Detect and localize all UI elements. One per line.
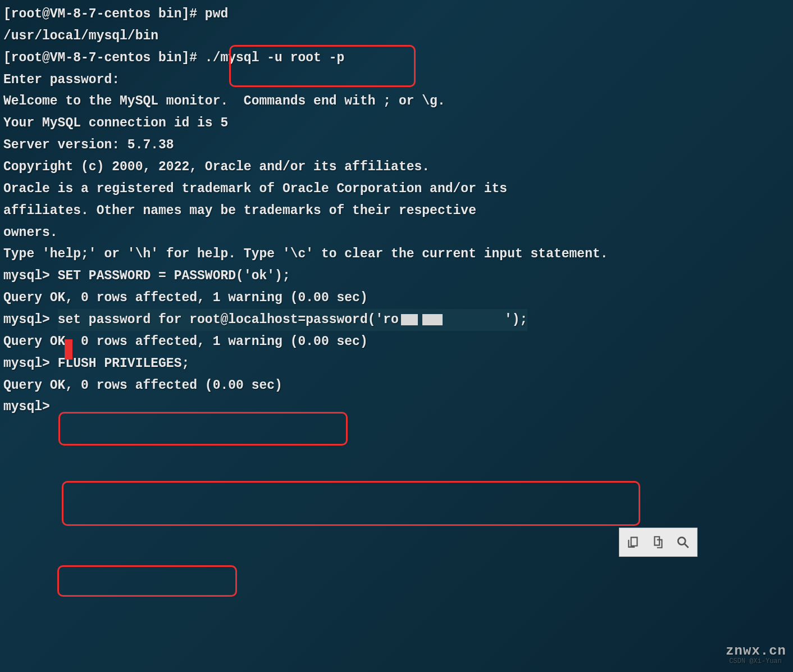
mysql-prompt: mysql> <box>3 312 58 327</box>
terminal-output: Enter password: <box>3 69 790 91</box>
terminal-output: Query OK, 0 rows affected (0.00 sec) <box>3 375 790 397</box>
shell-prompt: [root@VM-8-7-centos bin]# <box>3 7 205 21</box>
terminal-line: mysql> FLUSH PRIVILEGES; <box>3 353 790 375</box>
terminal-line: [root@VM-8-7-centos bin]# pwd <box>3 3 790 25</box>
terminal-output: Query OK, 0 rows affected, 1 warning (0.… <box>3 331 790 353</box>
terminal-output: Server version: 5.7.38 <box>3 134 790 156</box>
terminal-line[interactable]: mysql> <box>3 396 790 418</box>
search-icon[interactable] <box>671 530 695 554</box>
terminal-output: Copyright (c) 2000, 2022, Oracle and/or … <box>3 156 790 178</box>
paste-icon[interactable] <box>646 530 670 554</box>
annotation-cursor-mark <box>65 339 72 360</box>
terminal-output: Type 'help;' or '\h' for help. Type '\c'… <box>3 243 790 265</box>
command-pwd: pwd <box>205 7 228 21</box>
annotation-box-flush-privileges <box>57 565 237 597</box>
copy-icon[interactable] <box>622 530 645 554</box>
mysql-prompt: mysql> <box>3 356 58 371</box>
terminal-output: owners. <box>3 222 790 244</box>
watermark-csdn: CSDN @Xi-Yuan <box>729 657 782 666</box>
redacted-block <box>422 314 443 325</box>
mysql-prompt: mysql> <box>3 399 58 414</box>
terminal-output: Oracle is a registered trademark of Orac… <box>3 178 790 200</box>
annotation-box-set-password-for <box>62 481 640 526</box>
terminal-output: Your MySQL connection id is 5 <box>3 112 790 134</box>
floating-toolbar <box>619 528 698 557</box>
command-set-password-for: set password for root@localhost=password… <box>58 309 528 331</box>
terminal-output: Query OK, 0 rows affected, 1 warning (0.… <box>3 287 790 309</box>
terminal-output: Welcome to the MySQL monitor. Commands e… <box>3 90 790 112</box>
redacted-block <box>401 314 418 325</box>
mysql-prompt: mysql> <box>3 269 58 283</box>
terminal-line: mysql> set password for root@localhost=p… <box>3 309 790 331</box>
svg-point-0 <box>678 537 685 544</box>
command-flush-privileges: FLUSH PRIVILEGES; <box>58 356 190 371</box>
terminal-output: /usr/local/mysql/bin <box>3 25 790 47</box>
shell-prompt: [root@VM-8-7-centos bin]# <box>3 51 205 65</box>
terminal-output: affiliates. Other names may be trademark… <box>3 200 790 222</box>
terminal-line: [root@VM-8-7-centos bin]# ./mysql -u roo… <box>3 47 790 69</box>
command-set-password: SET PASSWORD = PASSWORD('ok'); <box>58 269 290 283</box>
svg-line-1 <box>685 544 689 548</box>
terminal-line: mysql> SET PASSWORD = PASSWORD('ok'); <box>3 265 790 287</box>
command-mysql-login: ./mysql -u root -p <box>205 51 344 65</box>
